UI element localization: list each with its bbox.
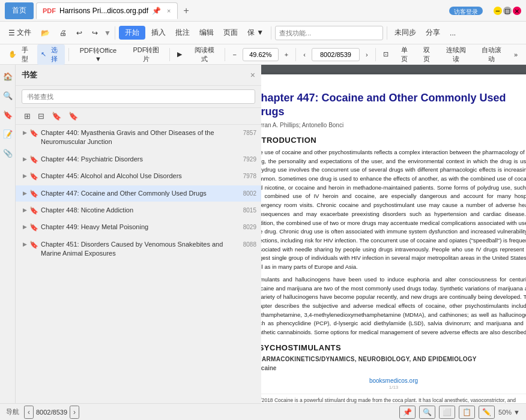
- chapter-page-ch451: 8088: [235, 241, 256, 248]
- edit-btn[interactable]: 编辑: [196, 26, 217, 40]
- pdf-to-office-btn[interactable]: PDF转Office ▼: [73, 45, 124, 64]
- expand-icon-ch449: ▶: [23, 224, 27, 230]
- sidebar-close-btn[interactable]: ×: [250, 70, 255, 80]
- bottom-prev-btn[interactable]: ‹: [24, 406, 34, 419]
- pdf-to-img-btn[interactable]: PDF转图片: [126, 44, 166, 65]
- more-btn[interactable]: ...: [446, 27, 459, 39]
- bookmark-icon-ch445: 🔖: [29, 172, 38, 181]
- auto-scroll-btn[interactable]: 自动滚动: [475, 44, 508, 65]
- bottom-next-btn[interactable]: ›: [70, 406, 79, 419]
- bm-add-btn[interactable]: 🔖: [49, 110, 64, 122]
- open-btn[interactable]: 📂: [37, 27, 53, 39]
- sidebar-icon-home[interactable]: 🏠: [1, 70, 14, 83]
- chapter-text-ch447: Chapter 447: Cocaine and Other Commonly …: [41, 189, 235, 198]
- bm-expand-all-btn[interactable]: ⊞: [22, 110, 33, 122]
- chapter-text-ch448: Chapter 448: Nicotine Addiction: [41, 206, 235, 215]
- cursor-icon: ↖: [41, 50, 46, 58]
- start-btn[interactable]: 开始: [119, 26, 145, 40]
- chapter-item-ch447[interactable]: ▶ 🔖 Chapter 447: Cocaine and Other Commo…: [16, 185, 261, 202]
- bottom-icon-rect[interactable]: ⬜: [439, 406, 455, 419]
- bottom-page-num: 8002/8539: [36, 409, 67, 416]
- chapter-page-ch448: 8015: [235, 207, 256, 214]
- bottom-icon-pencil[interactable]: ✏️: [479, 406, 495, 419]
- bookmark-search-input[interactable]: [22, 89, 255, 104]
- sidebar-icon-search[interactable]: 🔍: [1, 89, 14, 102]
- tab-pdf-label: Harrisons Pri...dicos.org.pdf: [59, 7, 148, 15]
- undo-btn[interactable]: ↩: [73, 27, 86, 39]
- bm-collapse-all-btn[interactable]: ⊟: [35, 110, 47, 122]
- chapter-item-ch451[interactable]: ▶ 🔖 Chapter 451: Disorders Caused by Ven…: [16, 236, 261, 263]
- sync-btn[interactable]: 未同步: [391, 26, 420, 40]
- win-max-btn[interactable]: □: [503, 7, 512, 15]
- chapter-item-ch449[interactable]: ▶ 🔖 Chapter 449: Heavy Metal Poisoning 8…: [16, 219, 261, 236]
- bottom-bar: 导航 ‹ 8002/8539 › 📌 🔍 ⬜ 📋 ✏️ 50% ▼: [0, 403, 526, 420]
- win-min-btn[interactable]: −: [494, 7, 502, 15]
- scan-btn[interactable]: ⊡: [379, 49, 392, 59]
- win-close-btn[interactable]: ×: [513, 7, 521, 15]
- zoom-input[interactable]: [243, 48, 279, 61]
- tab-add-btn[interactable]: +: [180, 5, 193, 16]
- bottom-icon-search[interactable]: 🔍: [419, 406, 435, 419]
- footer-link[interactable]: booksmedicos.org: [369, 377, 418, 384]
- bottom-icon-pin[interactable]: 📌: [399, 406, 416, 419]
- redo-btn[interactable]: ↪: [88, 27, 101, 39]
- read-mode-btn[interactable]: 阅读模式: [188, 44, 221, 65]
- zoom-out-btn[interactable]: −: [229, 50, 240, 59]
- chapter-page-ch440: 7857: [235, 130, 256, 136]
- nav-label: 导航: [6, 407, 19, 416]
- tool-sep-3: [225, 48, 225, 61]
- tab-home[interactable]: 首页: [5, 2, 34, 19]
- pdf-chapter-title: Chapter 447: Cocaine and Other Commonly …: [261, 91, 526, 119]
- save-btn[interactable]: 保 ▼: [244, 26, 267, 40]
- expand-icon-ch444: ▶: [23, 156, 27, 162]
- expand-icon-ch451: ▶: [23, 241, 27, 247]
- toolbar-sep-3: [387, 26, 387, 40]
- sidebar-icon-annotation[interactable]: 📝: [1, 127, 14, 140]
- double-page-btn[interactable]: 双页: [417, 44, 437, 65]
- tab-pin-icon: 📌: [152, 7, 161, 15]
- chapter-item-ch440[interactable]: ▶ 🔖 Chapter 440: Myasthenia Gravis and O…: [16, 125, 261, 151]
- next-page-btn[interactable]: ›: [362, 50, 372, 59]
- share-btn[interactable]: 分享: [422, 26, 444, 40]
- chapter-item-ch448[interactable]: ▶ 🔖 Chapter 448: Nicotine Addiction 8015: [16, 202, 261, 219]
- visit-login-btn[interactable]: 访客登录: [449, 7, 483, 15]
- prev-page-btn[interactable]: ‹: [300, 50, 309, 59]
- tab-close-btn[interactable]: ×: [167, 7, 171, 14]
- more-right-btn[interactable]: »: [510, 50, 521, 59]
- play-icon: ▶: [177, 50, 182, 58]
- sidebar-icon-attach[interactable]: 📎: [1, 146, 14, 160]
- pdf-intro-body2: Stimulants and hallucinogens have been u…: [261, 275, 526, 337]
- bottom-icon-clipboard[interactable]: 📋: [459, 406, 475, 419]
- toolbar-sep-1: [115, 26, 115, 40]
- file-menu-btn[interactable]: ☰ 文件: [5, 26, 35, 40]
- zoom-in-btn[interactable]: +: [281, 50, 292, 59]
- chapter-page-ch444: 7929: [235, 156, 256, 163]
- content-area[interactable]: ⊡ Chapter 447: Cocaine and Other Commonl…: [261, 65, 526, 403]
- expand-icon-ch448: ▶: [23, 207, 27, 213]
- select-tool-btn[interactable]: ↖ 选择: [37, 44, 64, 65]
- print-btn[interactable]: 🖨: [56, 27, 70, 39]
- page-input[interactable]: [312, 48, 360, 61]
- sidebar-header: 书签 ×: [16, 65, 261, 86]
- chapter-item-ch445[interactable]: ▶ 🔖 Chapter 445: Alcohol and Alcohol Use…: [16, 168, 261, 185]
- expand-icon-ch447: ▶: [23, 190, 27, 196]
- tab-pdf[interactable]: PDF Harrisons Pri...dicos.org.pdf 📌 ×: [36, 2, 178, 19]
- annotate-btn[interactable]: 批注: [172, 26, 193, 40]
- toolbar-sep-2: [271, 26, 271, 40]
- insert-btn[interactable]: 插入: [148, 26, 169, 40]
- search-input[interactable]: [275, 26, 383, 40]
- bottom-zoom[interactable]: 50% ▼: [498, 409, 520, 416]
- window-controls: − □ ×: [494, 7, 521, 15]
- page-btn[interactable]: 页面: [220, 26, 241, 40]
- single-page-btn[interactable]: 单页: [394, 44, 415, 65]
- bm-add2-btn[interactable]: 🔖: [66, 110, 80, 122]
- chevron-icon: ▼: [104, 29, 111, 37]
- hand-tool-btn[interactable]: ✋ 手型: [5, 44, 35, 65]
- chapter-item-ch444[interactable]: ▶ 🔖 Chapter 444: Psychiatric Disorders 7…: [16, 151, 261, 168]
- sidebar-icon-bookmark[interactable]: 🔖: [1, 108, 14, 121]
- continuous-btn[interactable]: 连续阅读: [440, 44, 473, 65]
- chapter-text-ch451: Chapter 451: Disorders Caused by Venomou…: [41, 240, 235, 259]
- bookmark-toolbar: ⊞ ⊟ 🔖 🔖: [16, 108, 261, 125]
- bottom-right: 📌 🔍 ⬜ 📋 ✏️ 50% ▼: [399, 406, 520, 419]
- play-btn[interactable]: ▶: [174, 49, 186, 59]
